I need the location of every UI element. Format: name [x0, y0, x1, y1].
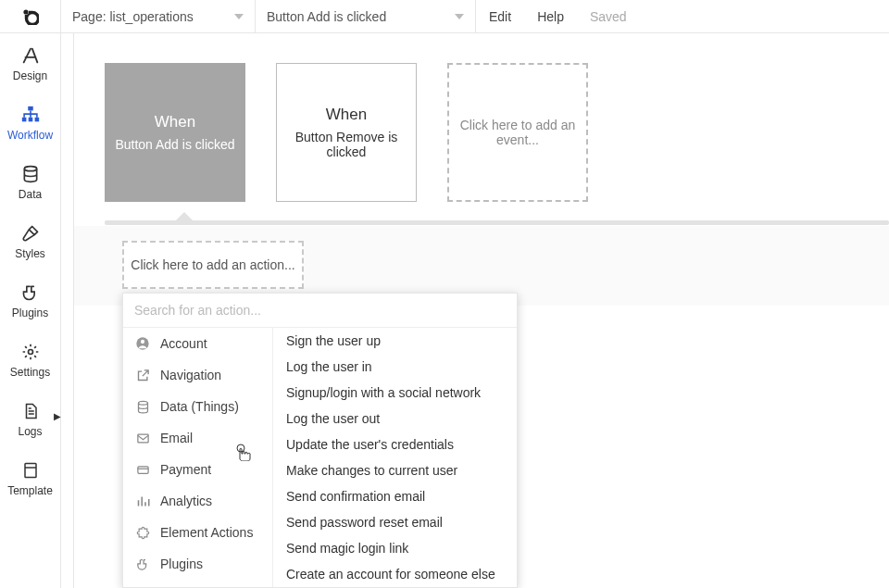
- action-search-input[interactable]: [134, 303, 506, 318]
- sidebar-item-settings[interactable]: Settings: [0, 330, 60, 389]
- category-label: Email: [160, 431, 193, 445]
- sidebar-item-data[interactable]: Data: [0, 152, 60, 211]
- puzzle-icon: [134, 524, 151, 541]
- sidebar-item-label: Plugins: [12, 307, 48, 319]
- svg-point-0: [23, 9, 28, 14]
- edit-link[interactable]: Edit: [476, 0, 524, 33]
- category-label: Payment: [160, 462, 211, 477]
- external-link-icon: [134, 367, 151, 383]
- category-label: Data (Things): [160, 399, 239, 414]
- sidebar-item-template[interactable]: Template: [0, 448, 60, 507]
- svg-point-10: [141, 340, 144, 344]
- sidebar-item-label: Design: [13, 69, 47, 82]
- app-logo[interactable]: [0, 0, 61, 33]
- svg-rect-8: [25, 463, 36, 477]
- event-selector[interactable]: Button Add is clicked: [256, 0, 476, 33]
- action-item[interactable]: Send confirmation email: [273, 483, 517, 509]
- action-category-element-actions[interactable]: Element Actions: [123, 517, 272, 548]
- action-category-navigation[interactable]: Navigation: [123, 359, 272, 391]
- plug-icon: [134, 556, 151, 572]
- sidebar-item-label: Data: [19, 188, 42, 201]
- chevron-down-icon: [455, 14, 464, 19]
- add-event-label: Click here to add an event...: [458, 118, 577, 147]
- logs-icon: [19, 400, 42, 422]
- design-icon: [19, 44, 42, 67]
- action-category-analytics[interactable]: Analytics: [123, 485, 272, 517]
- action-category-email[interactable]: Email: [123, 422, 272, 454]
- add-action-card[interactable]: Click here to add an action...: [122, 241, 304, 289]
- page-selector[interactable]: Page: list_operations: [61, 0, 256, 33]
- plugins-icon: [19, 281, 42, 304]
- svg-rect-2: [28, 106, 33, 110]
- svg-point-6: [24, 166, 36, 170]
- action-category-list: Account Navigation Data (Things): [123, 328, 273, 587]
- sidebar-item-label: Template: [7, 484, 53, 497]
- action-item[interactable]: Log the user in: [273, 354, 517, 380]
- event-connector: [105, 220, 889, 225]
- event-when-label: When: [155, 113, 195, 131]
- page-name: list_operations: [109, 9, 193, 24]
- action-item[interactable]: Make changes to current user: [273, 457, 517, 483]
- action-item[interactable]: Send password reset email: [273, 509, 517, 535]
- event-card[interactable]: When Button Add is clicked: [105, 63, 245, 202]
- template-icon: [19, 459, 42, 482]
- chevron-down-icon: [234, 14, 244, 19]
- action-category-plugins[interactable]: Plugins: [123, 548, 272, 580]
- sidebar-expand-icon[interactable]: ▶: [54, 411, 61, 421]
- svg-rect-12: [137, 434, 147, 443]
- category-label: Navigation: [160, 368, 221, 382]
- database-icon: [134, 398, 151, 415]
- category-label: Analytics: [160, 494, 212, 508]
- sidebar-item-styles[interactable]: Styles: [0, 211, 60, 270]
- svg-rect-4: [28, 117, 32, 121]
- saved-status: Saved: [577, 9, 640, 24]
- chart-icon: [134, 493, 151, 509]
- sidebar-item-workflow[interactable]: Workflow: [0, 93, 60, 152]
- action-category-payment[interactable]: Payment: [123, 454, 272, 485]
- action-category-data[interactable]: Data (Things): [123, 391, 272, 422]
- action-item[interactable]: Signup/login with a social network: [273, 380, 517, 406]
- action-item[interactable]: Sign the user up: [273, 328, 517, 354]
- category-label: Account: [160, 336, 207, 351]
- sidebar: Design Workflow Data Styles Plugins: [0, 33, 61, 588]
- svg-point-1: [27, 13, 38, 24]
- sidebar-item-logs[interactable]: Logs: [0, 389, 60, 448]
- svg-point-11: [138, 401, 147, 405]
- event-description: Button Add is clicked: [115, 137, 234, 152]
- add-action-label: Click here to add an action...: [131, 257, 294, 272]
- svg-point-7: [28, 349, 32, 354]
- mail-icon: [134, 430, 151, 446]
- sidebar-item-design[interactable]: Design: [0, 33, 60, 93]
- settings-icon: [19, 341, 42, 363]
- svg-rect-13: [137, 466, 147, 473]
- workflow-icon: [19, 104, 42, 126]
- sidebar-item-label: Settings: [10, 366, 50, 379]
- sidebar-item-label: Styles: [15, 247, 45, 260]
- action-item[interactable]: Send magic login link: [273, 535, 517, 561]
- sidebar-item-label: Workflow: [7, 129, 53, 142]
- event-name: Button Add is clicked: [267, 9, 386, 24]
- action-category-account[interactable]: Account: [123, 328, 272, 359]
- help-link[interactable]: Help: [524, 0, 577, 33]
- svg-rect-3: [21, 117, 26, 121]
- action-item[interactable]: Update the user's credentials: [273, 432, 517, 457]
- card-icon: [134, 461, 151, 478]
- event-card[interactable]: When Button Remove is clicked: [276, 63, 417, 202]
- action-item[interactable]: Log the user out: [273, 406, 517, 432]
- add-event-card[interactable]: Click here to add an event...: [447, 63, 588, 202]
- category-label: Element Actions: [160, 525, 253, 540]
- action-list: Sign the user up Log the user in Signup/…: [273, 328, 517, 587]
- sidebar-item-plugins[interactable]: Plugins: [0, 270, 60, 330]
- action-item[interactable]: Create an account for someone else: [273, 561, 517, 587]
- data-icon: [19, 163, 42, 185]
- styles-icon: [19, 222, 42, 244]
- category-label: Plugins: [160, 557, 203, 571]
- workflow-canvas: When Button Add is clicked When Button R…: [61, 33, 889, 588]
- action-picker-popup: Account Navigation Data (Things): [122, 293, 518, 588]
- page-label-prefix: Page:: [72, 9, 106, 24]
- event-when-label: When: [326, 106, 367, 124]
- event-description: Button Remove is clicked: [284, 130, 408, 159]
- sidebar-item-label: Logs: [18, 425, 42, 438]
- user-circle-icon: [134, 335, 151, 352]
- svg-rect-5: [34, 117, 39, 121]
